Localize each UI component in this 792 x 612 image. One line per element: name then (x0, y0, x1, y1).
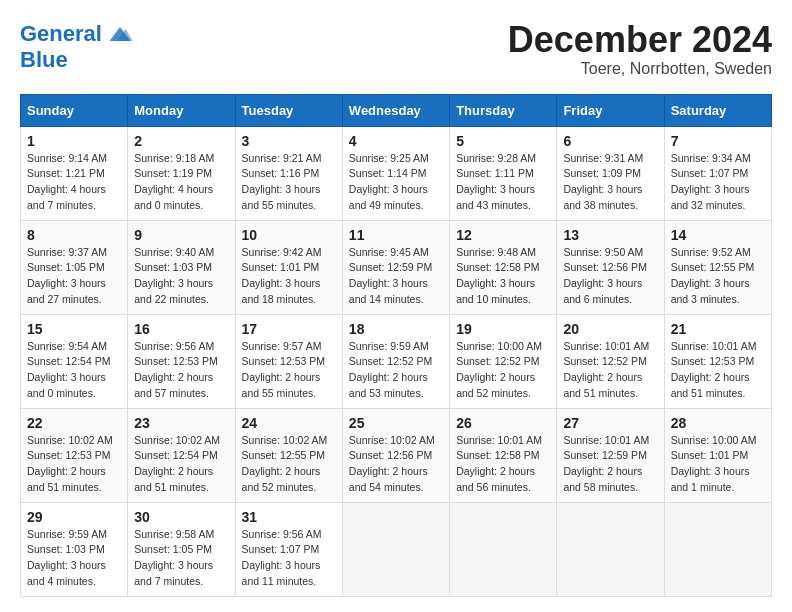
daylight-text: Daylight: 2 hours and 58 minutes. (563, 465, 642, 493)
sunrise-text: Sunrise: 9:52 AM (671, 246, 751, 258)
day-number: 4 (349, 133, 443, 149)
calendar-cell: 8 Sunrise: 9:37 AM Sunset: 1:05 PM Dayli… (21, 220, 128, 314)
daylight-text: Daylight: 2 hours and 52 minutes. (242, 465, 321, 493)
daylight-text: Daylight: 2 hours and 51 minutes. (27, 465, 106, 493)
daylight-text: Daylight: 3 hours and 10 minutes. (456, 277, 535, 305)
calendar-cell (664, 502, 771, 596)
day-number: 6 (563, 133, 657, 149)
sunrise-text: Sunrise: 9:48 AM (456, 246, 536, 258)
sunrise-text: Sunrise: 9:14 AM (27, 152, 107, 164)
day-info: Sunrise: 9:25 AM Sunset: 1:14 PM Dayligh… (349, 151, 443, 214)
week-row-3: 15 Sunrise: 9:54 AM Sunset: 12:54 PM Day… (21, 314, 772, 408)
sunset-text: Sunset: 12:53 PM (671, 355, 754, 367)
daylight-text: Daylight: 3 hours and 27 minutes. (27, 277, 106, 305)
day-info: Sunrise: 9:31 AM Sunset: 1:09 PM Dayligh… (563, 151, 657, 214)
logo-blue-text: Blue (20, 48, 68, 72)
calendar-cell: 17 Sunrise: 9:57 AM Sunset: 12:53 PM Day… (235, 314, 342, 408)
sunset-text: Sunset: 1:03 PM (27, 543, 105, 555)
calendar-cell: 28 Sunrise: 10:00 AM Sunset: 1:01 PM Day… (664, 408, 771, 502)
sunset-text: Sunset: 1:14 PM (349, 167, 427, 179)
day-info: Sunrise: 9:40 AM Sunset: 1:03 PM Dayligh… (134, 245, 228, 308)
sunset-text: Sunset: 1:05 PM (27, 261, 105, 273)
daylight-text: Daylight: 3 hours and 14 minutes. (349, 277, 428, 305)
sunset-text: Sunset: 12:56 PM (563, 261, 646, 273)
location: Toere, Norrbotten, Sweden (508, 60, 772, 78)
calendar-cell: 2 Sunrise: 9:18 AM Sunset: 1:19 PM Dayli… (128, 126, 235, 220)
sunset-text: Sunset: 1:21 PM (27, 167, 105, 179)
daylight-text: Daylight: 2 hours and 55 minutes. (242, 371, 321, 399)
day-info: Sunrise: 9:48 AM Sunset: 12:58 PM Daylig… (456, 245, 550, 308)
calendar-cell: 24 Sunrise: 10:02 AM Sunset: 12:55 PM Da… (235, 408, 342, 502)
daylight-text: Daylight: 4 hours and 0 minutes. (134, 183, 213, 211)
week-row-1: 1 Sunrise: 9:14 AM Sunset: 1:21 PM Dayli… (21, 126, 772, 220)
calendar-header: SundayMondayTuesdayWednesdayThursdayFrid… (21, 94, 772, 126)
daylight-text: Daylight: 3 hours and 32 minutes. (671, 183, 750, 211)
sunrise-text: Sunrise: 9:28 AM (456, 152, 536, 164)
daylight-text: Daylight: 2 hours and 54 minutes. (349, 465, 428, 493)
sunset-text: Sunset: 12:54 PM (27, 355, 110, 367)
day-info: Sunrise: 9:21 AM Sunset: 1:16 PM Dayligh… (242, 151, 336, 214)
sunset-text: Sunset: 12:55 PM (671, 261, 754, 273)
calendar-table: SundayMondayTuesdayWednesdayThursdayFrid… (20, 94, 772, 597)
daylight-text: Daylight: 3 hours and 11 minutes. (242, 559, 321, 587)
sunset-text: Sunset: 1:05 PM (134, 543, 212, 555)
sunrise-text: Sunrise: 10:01 AM (671, 340, 757, 352)
calendar-cell: 25 Sunrise: 10:02 AM Sunset: 12:56 PM Da… (342, 408, 449, 502)
calendar-cell: 10 Sunrise: 9:42 AM Sunset: 1:01 PM Dayl… (235, 220, 342, 314)
calendar-cell: 1 Sunrise: 9:14 AM Sunset: 1:21 PM Dayli… (21, 126, 128, 220)
daylight-text: Daylight: 2 hours and 51 minutes. (563, 371, 642, 399)
daylight-text: Daylight: 3 hours and 43 minutes. (456, 183, 535, 211)
calendar-cell: 23 Sunrise: 10:02 AM Sunset: 12:54 PM Da… (128, 408, 235, 502)
day-number: 16 (134, 321, 228, 337)
sunset-text: Sunset: 12:59 PM (349, 261, 432, 273)
daylight-text: Daylight: 3 hours and 4 minutes. (27, 559, 106, 587)
sunset-text: Sunset: 1:11 PM (456, 167, 534, 179)
day-number: 26 (456, 415, 550, 431)
sunrise-text: Sunrise: 9:59 AM (349, 340, 429, 352)
day-info: Sunrise: 9:45 AM Sunset: 12:59 PM Daylig… (349, 245, 443, 308)
day-info: Sunrise: 9:18 AM Sunset: 1:19 PM Dayligh… (134, 151, 228, 214)
day-number: 7 (671, 133, 765, 149)
sunset-text: Sunset: 1:07 PM (242, 543, 320, 555)
calendar-cell: 18 Sunrise: 9:59 AM Sunset: 12:52 PM Day… (342, 314, 449, 408)
sunrise-text: Sunrise: 10:01 AM (456, 434, 542, 446)
sunset-text: Sunset: 12:55 PM (242, 449, 325, 461)
sunset-text: Sunset: 1:09 PM (563, 167, 641, 179)
sunrise-text: Sunrise: 9:40 AM (134, 246, 214, 258)
sunrise-text: Sunrise: 9:57 AM (242, 340, 322, 352)
day-info: Sunrise: 9:58 AM Sunset: 1:05 PM Dayligh… (134, 527, 228, 590)
sunrise-text: Sunrise: 9:54 AM (27, 340, 107, 352)
day-number: 23 (134, 415, 228, 431)
calendar-cell: 3 Sunrise: 9:21 AM Sunset: 1:16 PM Dayli… (235, 126, 342, 220)
sunset-text: Sunset: 12:53 PM (242, 355, 325, 367)
day-info: Sunrise: 10:02 AM Sunset: 12:54 PM Dayli… (134, 433, 228, 496)
day-number: 14 (671, 227, 765, 243)
daylight-text: Daylight: 3 hours and 7 minutes. (134, 559, 213, 587)
sunset-text: Sunset: 12:52 PM (563, 355, 646, 367)
daylight-text: Daylight: 2 hours and 56 minutes. (456, 465, 535, 493)
day-number: 1 (27, 133, 121, 149)
calendar-cell: 27 Sunrise: 10:01 AM Sunset: 12:59 PM Da… (557, 408, 664, 502)
sunset-text: Sunset: 12:53 PM (134, 355, 217, 367)
daylight-text: Daylight: 3 hours and 3 minutes. (671, 277, 750, 305)
day-info: Sunrise: 9:52 AM Sunset: 12:55 PM Daylig… (671, 245, 765, 308)
day-info: Sunrise: 9:42 AM Sunset: 1:01 PM Dayligh… (242, 245, 336, 308)
sunrise-text: Sunrise: 9:45 AM (349, 246, 429, 258)
day-number: 18 (349, 321, 443, 337)
sunrise-text: Sunrise: 9:50 AM (563, 246, 643, 258)
daylight-text: Daylight: 3 hours and 6 minutes. (563, 277, 642, 305)
sunset-text: Sunset: 1:19 PM (134, 167, 212, 179)
day-info: Sunrise: 9:56 AM Sunset: 1:07 PM Dayligh… (242, 527, 336, 590)
calendar-cell: 31 Sunrise: 9:56 AM Sunset: 1:07 PM Dayl… (235, 502, 342, 596)
sunset-text: Sunset: 12:56 PM (349, 449, 432, 461)
month-title: December 2024 (508, 20, 772, 60)
day-number: 10 (242, 227, 336, 243)
sunrise-text: Sunrise: 10:02 AM (242, 434, 328, 446)
column-header-thursday: Thursday (450, 94, 557, 126)
daylight-text: Daylight: 2 hours and 57 minutes. (134, 371, 213, 399)
sunrise-text: Sunrise: 9:42 AM (242, 246, 322, 258)
calendar-cell: 7 Sunrise: 9:34 AM Sunset: 1:07 PM Dayli… (664, 126, 771, 220)
daylight-text: Daylight: 3 hours and 1 minute. (671, 465, 750, 493)
day-info: Sunrise: 9:28 AM Sunset: 1:11 PM Dayligh… (456, 151, 550, 214)
sunrise-text: Sunrise: 10:02 AM (349, 434, 435, 446)
